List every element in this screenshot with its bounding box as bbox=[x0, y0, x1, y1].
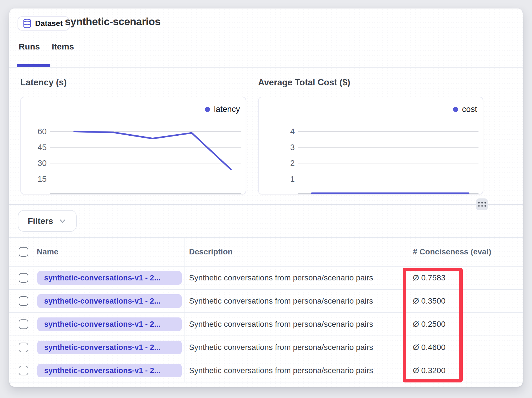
svg-text:1: 1 bbox=[290, 174, 295, 183]
grip-dots-icon bbox=[478, 202, 486, 207]
legend-label: latency bbox=[214, 105, 240, 114]
run-conciseness-value: Ø 0.7583 bbox=[413, 267, 445, 289]
column-divider bbox=[185, 237, 185, 382]
table-row: synthetic-conversations-v1 - 2... Synthe… bbox=[9, 336, 523, 359]
table-row: synthetic-conversations-v1 - 2... Synthe… bbox=[9, 359, 523, 382]
latency-chart-title: Latency (s) bbox=[20, 77, 67, 88]
run-name-pill[interactable]: synthetic-conversations-v1 - 2... bbox=[37, 317, 182, 331]
svg-text:2: 2 bbox=[290, 159, 295, 168]
filters-button[interactable]: Filters bbox=[18, 210, 77, 232]
row-checkbox[interactable] bbox=[19, 319, 28, 329]
run-name-pill[interactable]: synthetic-conversations-v1 - 2... bbox=[37, 341, 182, 354]
tab-items[interactable]: Items bbox=[52, 40, 74, 67]
page-title: synthetic-scenarios bbox=[65, 16, 160, 28]
filters-button-label: Filters bbox=[28, 216, 53, 226]
run-conciseness-value: Ø 0.4600 bbox=[413, 336, 445, 359]
run-name-pill[interactable]: synthetic-conversations-v1 - 2... bbox=[37, 271, 182, 285]
dataset-badge-label: Dataset bbox=[35, 19, 63, 28]
run-description: Synthetic conversations from persona/sce… bbox=[189, 336, 373, 359]
table-header-row: Name Description # Conciseness (eval) bbox=[9, 237, 523, 267]
svg-text:15: 15 bbox=[38, 174, 47, 183]
legend-dot-icon bbox=[205, 107, 210, 112]
run-description: Synthetic conversations from persona/sce… bbox=[189, 290, 373, 312]
table-row: synthetic-conversations-v1 - 2... Synthe… bbox=[9, 313, 523, 336]
latency-chart-card: 60453015 latency bbox=[20, 97, 246, 194]
row-checkbox[interactable] bbox=[19, 343, 28, 352]
run-description: Synthetic conversations from persona/sce… bbox=[189, 313, 373, 336]
latency-legend: latency bbox=[205, 105, 240, 114]
cost-line-chart: 4321 bbox=[259, 97, 483, 194]
charts-section-divider bbox=[9, 204, 523, 205]
column-header-conciseness: # Conciseness (eval) bbox=[413, 238, 491, 266]
svg-text:3: 3 bbox=[290, 143, 295, 152]
tab-runs[interactable]: Runs bbox=[19, 40, 40, 67]
run-conciseness-value: Ø 0.3500 bbox=[413, 290, 445, 312]
runs-table: Name Description # Conciseness (eval) sy… bbox=[9, 237, 523, 382]
dataset-badge: Dataset bbox=[18, 16, 70, 31]
dataset-page-card: Dataset synthetic-scenarios Runs Items L… bbox=[9, 8, 523, 387]
run-description: Synthetic conversations from persona/sce… bbox=[189, 359, 373, 382]
run-name-pill[interactable]: synthetic-conversations-v1 - 2... bbox=[37, 294, 182, 308]
column-header-description: Description bbox=[189, 238, 233, 266]
run-name-pill[interactable]: synthetic-conversations-v1 - 2... bbox=[37, 364, 182, 377]
row-checkbox[interactable] bbox=[19, 273, 28, 283]
run-description: Synthetic conversations from persona/sce… bbox=[189, 267, 373, 289]
select-all-checkbox[interactable] bbox=[19, 247, 28, 257]
cost-chart-title: Average Total Cost ($) bbox=[258, 77, 350, 88]
tabbar-divider bbox=[9, 67, 523, 68]
database-icon bbox=[23, 19, 32, 28]
table-row: synthetic-conversations-v1 - 2... Synthe… bbox=[9, 267, 523, 290]
row-checkbox[interactable] bbox=[19, 366, 28, 375]
row-checkbox[interactable] bbox=[19, 296, 28, 306]
legend-label: cost bbox=[462, 105, 477, 114]
svg-text:45: 45 bbox=[38, 143, 47, 152]
tab-bar: Runs Items bbox=[19, 40, 74, 67]
run-conciseness-value: Ø 0.2500 bbox=[413, 313, 445, 336]
svg-text:30: 30 bbox=[38, 159, 47, 168]
table-row: synthetic-conversations-v1 - 2... Synthe… bbox=[9, 290, 523, 313]
svg-text:60: 60 bbox=[38, 127, 47, 136]
svg-text:4: 4 bbox=[290, 127, 295, 136]
drag-handle[interactable] bbox=[476, 198, 488, 210]
cost-chart-card: 4321 cost bbox=[258, 97, 483, 194]
column-header-name: Name bbox=[37, 238, 58, 266]
cost-legend: cost bbox=[453, 105, 477, 114]
run-conciseness-value: Ø 0.3200 bbox=[413, 359, 445, 382]
table-body: synthetic-conversations-v1 - 2... Synthe… bbox=[9, 267, 523, 382]
legend-dot-icon bbox=[453, 107, 458, 112]
chevron-down-icon bbox=[58, 217, 67, 225]
